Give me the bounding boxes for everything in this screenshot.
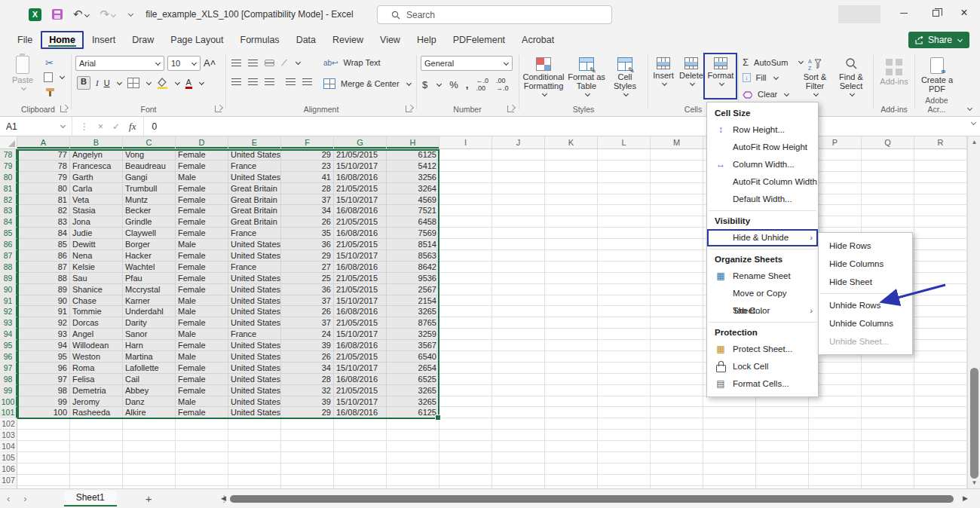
cancel-icon[interactable]: × [98, 121, 103, 132]
restore-button[interactable] [920, 0, 951, 26]
cell-K83[interactable] [545, 205, 598, 216]
cell-J106[interactable] [492, 464, 545, 475]
cell-L93[interactable] [598, 317, 651, 329]
cell-R90[interactable] [914, 284, 967, 295]
cell-D82[interactable]: Female [176, 194, 228, 206]
cell-I90[interactable] [439, 284, 492, 295]
scroll-down-icon[interactable]: ▼ [968, 477, 980, 488]
cell-A97[interactable]: 96 [17, 363, 70, 374]
number-format-select[interactable]: General [421, 56, 513, 71]
row-header-106[interactable]: 106 [0, 464, 17, 475]
cell-R101[interactable] [914, 407, 967, 418]
cell-H99[interactable]: 3265 [387, 385, 439, 396]
cell-B96[interactable]: Weston [70, 351, 123, 363]
cell-Q105[interactable] [862, 452, 914, 464]
cell-F93[interactable]: 37 [281, 317, 334, 329]
row-header-104[interactable]: 104 [0, 441, 17, 452]
row-header-107[interactable]: 107 [0, 475, 17, 486]
cell-F84[interactable]: 26 [281, 216, 334, 228]
cell-E100[interactable]: United States [228, 396, 281, 408]
cell-E78[interactable]: United States [228, 149, 281, 161]
next-sheet-icon[interactable]: › [17, 493, 33, 504]
cell-F98[interactable]: 28 [281, 374, 334, 385]
cell-L91[interactable] [598, 295, 651, 307]
addins-button[interactable]: Add-ins [877, 59, 911, 86]
cell-M94[interactable] [651, 329, 703, 340]
clear-button[interactable]: Clear [743, 90, 789, 99]
font-dialog-launcher[interactable] [215, 106, 222, 112]
cell-I87[interactable] [439, 250, 492, 262]
cell-D79[interactable]: Female [176, 161, 228, 172]
cell-F90[interactable]: 36 [281, 284, 334, 295]
cell-F88[interactable]: 27 [281, 262, 334, 273]
cell-R95[interactable] [914, 340, 967, 351]
row-header-84[interactable]: 84 [0, 216, 17, 228]
cell-P105[interactable] [809, 452, 862, 464]
cell-K79[interactable] [545, 161, 598, 172]
cell-K97[interactable] [545, 363, 598, 374]
cell-H91[interactable]: 2154 [387, 295, 439, 307]
cell-J95[interactable] [492, 340, 545, 351]
cell-H84[interactable]: 6458 [387, 216, 439, 228]
cell-B83[interactable]: Stasia [70, 205, 123, 216]
cell-F99[interactable]: 32 [281, 385, 334, 396]
cell-G96[interactable]: 21/05/2015 [334, 351, 387, 363]
cell-O100[interactable] [756, 396, 809, 408]
cell-Q101[interactable] [862, 407, 914, 418]
more-icon[interactable]: ⋮ [80, 121, 89, 132]
customize-qat-icon[interactable] [128, 11, 133, 16]
cell-B90[interactable]: Shanice [70, 284, 123, 295]
tab-view[interactable]: View [372, 31, 409, 49]
cell-H107[interactable] [387, 475, 439, 486]
cell-N106[interactable] [703, 464, 756, 475]
paste-button[interactable]: Paste [12, 56, 33, 91]
cell-I94[interactable] [439, 329, 492, 340]
cell-K85[interactable] [545, 228, 598, 239]
cell-E107[interactable] [228, 475, 281, 486]
cell-H102[interactable] [387, 418, 439, 430]
submenu-item-unhide-columns[interactable]: Unhide Columns [819, 314, 912, 332]
prev-sheet-icon[interactable]: ‹ [0, 493, 17, 504]
row-header-94[interactable]: 94 [0, 329, 17, 340]
cell-D80[interactable]: Male [176, 172, 228, 183]
cell-A93[interactable]: 92 [17, 317, 70, 329]
cell-C86[interactable]: Borger [123, 239, 176, 250]
cell-H81[interactable]: 3264 [387, 183, 439, 194]
cell-R79[interactable] [914, 161, 967, 172]
row-header-95[interactable]: 95 [0, 340, 17, 351]
cell-J104[interactable] [492, 441, 545, 452]
cell-K105[interactable] [545, 452, 598, 464]
cell-A84[interactable]: 83 [17, 216, 70, 228]
cell-I93[interactable] [439, 317, 492, 329]
cell-D101[interactable]: Female [176, 407, 228, 418]
align-bottom-icon[interactable] [265, 60, 274, 66]
cell-P107[interactable] [809, 475, 862, 486]
cell-I86[interactable] [439, 239, 492, 250]
cell-K106[interactable] [545, 464, 598, 475]
cell-M100[interactable] [651, 396, 703, 408]
cell-R100[interactable] [914, 396, 967, 408]
row-header-99[interactable]: 99 [0, 385, 17, 396]
cell-A96[interactable]: 95 [17, 351, 70, 363]
fill-color-icon[interactable] [157, 78, 168, 89]
cell-G86[interactable]: 21/05/2015 [334, 239, 387, 250]
cell-H101[interactable]: 6125 [387, 407, 439, 418]
cell-M80[interactable] [651, 172, 703, 183]
cell-F96[interactable]: 26 [281, 351, 334, 363]
cell-G105[interactable] [334, 452, 387, 464]
cell-K81[interactable] [545, 183, 598, 194]
cell-L96[interactable] [598, 351, 651, 363]
column-header-C[interactable]: C [123, 136, 176, 148]
cell-A79[interactable]: 78 [17, 161, 70, 172]
align-center-icon[interactable] [248, 78, 258, 85]
cell-I106[interactable] [439, 464, 492, 475]
borders-icon[interactable] [127, 78, 139, 88]
cell-P101[interactable] [809, 407, 862, 418]
cell-L80[interactable] [598, 172, 651, 183]
cell-Q81[interactable] [862, 183, 914, 194]
font-family-select[interactable]: Arial [75, 56, 164, 71]
cell-J105[interactable] [492, 452, 545, 464]
add-sheet-icon[interactable]: + [145, 492, 152, 505]
column-header-G[interactable]: G [334, 136, 387, 148]
select-all-corner[interactable] [0, 136, 17, 148]
